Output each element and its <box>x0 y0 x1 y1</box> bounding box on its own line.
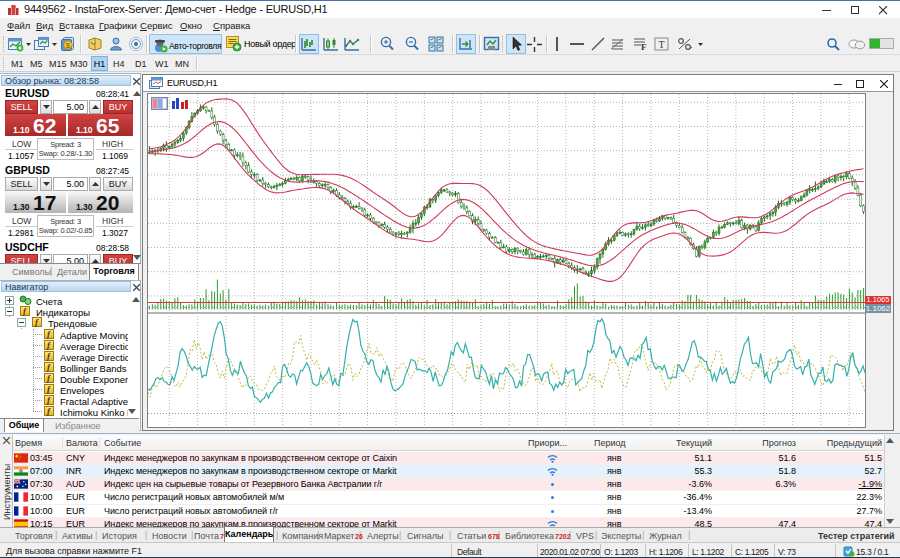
svg-text:T: T <box>658 39 664 50</box>
svg-text:$: $ <box>66 41 71 50</box>
svg-text:F: F <box>641 42 647 51</box>
